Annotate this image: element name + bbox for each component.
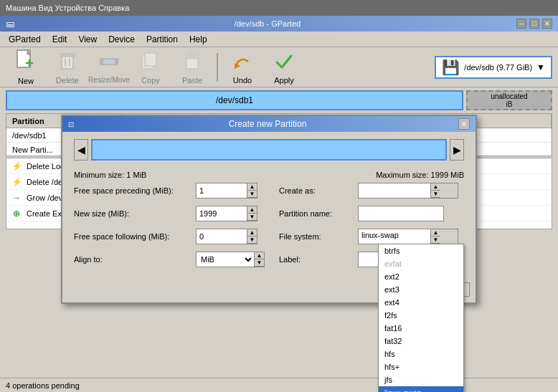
new-size-row: New size (MiB): ▲ ▼ (74, 205, 265, 222)
free-preceding-spinner: ▲ ▼ (247, 183, 257, 198)
partition-right-arrow[interactable]: ▶ (450, 139, 464, 161)
align-select[interactable]: MiB (197, 252, 254, 267)
resize-icon (98, 50, 120, 75)
apply-icon (273, 50, 295, 75)
dropdown-item-ext2[interactable]: ext2 (379, 270, 463, 283)
new-size-input[interactable] (197, 206, 247, 221)
min-size-text: Minimum size: 1 MiB (74, 171, 146, 179)
dropdown-item-hfs-plus[interactable]: hfs+ (379, 360, 463, 373)
window-title-bar: 🖴 /dev/sdb - GParted ─ □ ✕ (0, 16, 558, 32)
free-preceding-label: Free space preceding (MiB): (74, 186, 196, 195)
menu-bar: GParted Edit View Device Partition Help (0, 32, 558, 47)
paste-button[interactable]: Paste (172, 50, 212, 85)
free-preceding-spin-down[interactable]: ▼ (247, 191, 257, 198)
window-icon: 🖴 (6, 19, 14, 29)
file-system-spin-up[interactable]: ▲ (431, 229, 440, 236)
create-as-spin-up[interactable]: ▲ (431, 183, 440, 191)
free-preceding-row: Free space preceding (MiB): ▲ ▼ (74, 182, 265, 199)
create-as-input-group: ▲ ▼ (358, 183, 458, 199)
window-title: /dev/sdb - GParted (19, 19, 516, 28)
dropdown-item-f2fs[interactable]: f2fs (379, 309, 463, 322)
svg-rect-12 (145, 53, 156, 66)
device-selector[interactable]: 💾 /dev/sdb (9.77 GiB) ▼ (435, 56, 552, 79)
ops-icon-1: ⚡ (11, 176, 22, 188)
os-title-text: Машина Вид Устройства Справка (6, 4, 129, 12)
dropdown-item-fat32[interactable]: fat32 (379, 335, 463, 348)
dialog-title-text: Create new Partition (77, 119, 458, 129)
sdb1-partition-bar[interactable]: /dev/sdb1 (6, 90, 463, 110)
ops-icon-2: → (11, 192, 22, 204)
device-dropdown-arrow: ▼ (536, 62, 545, 72)
dropdown-item-btrfs[interactable]: btrfs (379, 244, 463, 257)
free-following-label: Free space following (MiB): (74, 232, 196, 241)
menu-gparted[interactable]: GParted (3, 33, 47, 46)
create-partition-dialog: ⊡ Create new Partition ✕ ◀ ▶ Minimum siz… (61, 115, 477, 304)
free-following-input[interactable] (197, 229, 247, 244)
menu-help[interactable]: Help (184, 33, 213, 46)
ops-icon-3: ⊕ (11, 208, 22, 219)
partition-left-arrow[interactable]: ◀ (74, 139, 88, 161)
create-as-spinner: ▲ ▼ (430, 183, 440, 198)
svg-rect-5 (60, 54, 75, 57)
new-size-spin-down[interactable]: ▼ (247, 214, 257, 221)
maximize-button[interactable]: □ (529, 19, 539, 29)
align-spinner: ▲ ▼ (254, 252, 264, 267)
delete-button[interactable]: Delete (47, 50, 88, 85)
free-preceding-input[interactable] (197, 183, 247, 198)
copy-button[interactable]: Copy (131, 50, 171, 85)
new-size-input-group: ▲ ▼ (196, 206, 257, 221)
dialog-title-bar: ⊡ Create new Partition ✕ (62, 116, 476, 132)
minimize-button[interactable]: ─ (516, 19, 526, 29)
dropdown-item-jfs[interactable]: jfs (379, 373, 463, 386)
dialog-close-button[interactable]: ✕ (458, 118, 470, 130)
menu-edit[interactable]: Edit (47, 33, 73, 46)
free-preceding-spin-up[interactable]: ▲ (247, 183, 257, 191)
resize-button[interactable]: Resize/Move (89, 50, 129, 85)
unallocated-partition-bar[interactable]: unallocated iB (466, 90, 552, 110)
align-spin-up[interactable]: ▲ (255, 252, 264, 259)
file-system-row: File system: linux-swap ▲ ▼ btrfs exfat … (279, 228, 464, 245)
menu-partition[interactable]: Partition (141, 33, 184, 46)
dropdown-item-ext3[interactable]: ext3 (379, 283, 463, 296)
status-bar: 4 operations pending (0, 378, 558, 392)
paste-icon (181, 50, 204, 75)
device-selector-inner[interactable]: 💾 /dev/sdb (9.77 GiB) ▼ (435, 56, 552, 79)
delete-label: Delete (56, 76, 79, 85)
free-preceding-input-group: ▲ ▼ (196, 183, 257, 199)
create-as-label: Create as: (279, 186, 358, 195)
menu-device[interactable]: Device (103, 33, 141, 46)
label-label: Label: (279, 255, 358, 264)
align-row: Align to: MiB ▲ ▼ (74, 251, 265, 268)
file-system-label: File system: (279, 232, 358, 241)
size-info: Minimum size: 1 MiB Maximum size: 1999 M… (62, 168, 476, 182)
dropdown-item-fat16[interactable]: fat16 (379, 322, 463, 335)
create-as-spin-down[interactable]: ▼ (431, 191, 440, 198)
new-size-spin-up[interactable]: ▲ (247, 206, 257, 214)
dropdown-item-ext4[interactable]: ext4 (379, 296, 463, 309)
dropdown-item-hfs[interactable]: hfs (379, 348, 463, 360)
new-label: New (18, 77, 34, 85)
file-system-spin-down[interactable]: ▼ (431, 236, 440, 244)
filesystem-dropdown: btrfs exfat ext2 ext3 ext4 f2fs fat16 fa… (378, 244, 464, 392)
partition-visual-bar (91, 139, 447, 161)
close-button[interactable]: ✕ (542, 19, 552, 29)
dropdown-item-linux-swap[interactable]: linux-swap (379, 386, 463, 392)
new-size-spinner: ▲ ▼ (247, 206, 257, 221)
max-size-text: Maximum size: 1999 MiB (376, 171, 464, 179)
dialog-left-panel: Free space preceding (MiB): ▲ ▼ New size… (74, 182, 265, 274)
svg-rect-4 (62, 56, 73, 69)
new-button[interactable]: New (6, 50, 46, 85)
create-as-input[interactable] (359, 183, 430, 198)
apply-button[interactable]: Apply (264, 50, 304, 85)
partition-name-input[interactable] (358, 206, 444, 221)
delete-icon (56, 50, 79, 75)
free-following-row: Free space following (MiB): ▲ ▼ (74, 228, 265, 245)
unallocated-label: unallocated (491, 92, 527, 100)
menu-view[interactable]: View (72, 33, 103, 46)
align-spin-down[interactable]: ▼ (255, 259, 264, 267)
undo-icon (231, 50, 254, 75)
undo-button[interactable]: Undo (222, 50, 263, 85)
apply-label: Apply (274, 76, 294, 85)
free-following-spin-down[interactable]: ▼ (247, 236, 257, 244)
free-following-spin-up[interactable]: ▲ (247, 229, 257, 236)
